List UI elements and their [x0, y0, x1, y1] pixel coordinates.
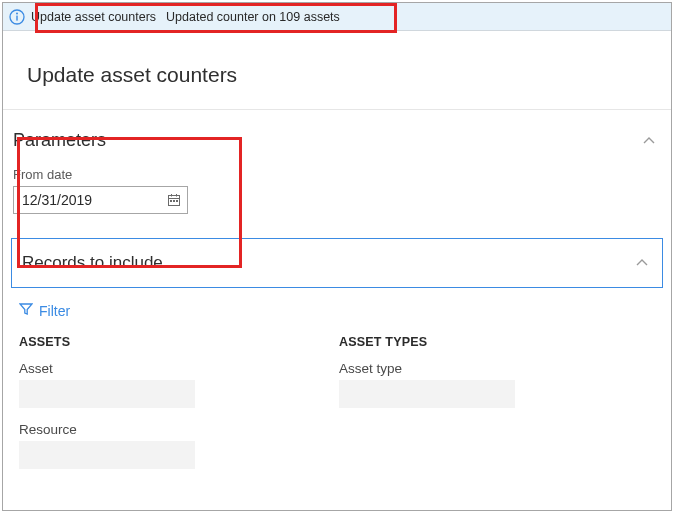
chevron-up-icon[interactable]: [639, 131, 659, 151]
svg-point-1: [16, 12, 18, 14]
records-title: Records to include: [22, 253, 163, 273]
records-panel: Records to include: [11, 238, 663, 288]
asset-type-label: Asset type: [339, 361, 539, 376]
parameters-panel: Parameters From date: [3, 110, 671, 232]
calendar-icon[interactable]: [162, 188, 186, 212]
filter-link[interactable]: Filter: [3, 288, 671, 335]
asset-types-heading: ASSET TYPES: [339, 335, 539, 349]
resource-input[interactable]: [19, 441, 195, 469]
filter-label: Filter: [39, 303, 70, 319]
resource-label: Resource: [19, 422, 219, 437]
svg-rect-9: [176, 200, 178, 202]
parameters-title: Parameters: [13, 130, 106, 151]
svg-rect-2: [16, 15, 17, 20]
page-title: Update asset counters: [3, 31, 671, 109]
records-header[interactable]: Records to include: [12, 239, 662, 287]
info-primary: Update asset counters: [31, 10, 156, 24]
asset-type-input[interactable]: [339, 380, 515, 408]
svg-rect-8: [173, 200, 175, 202]
info-bar: Update asset counters Updated counter on…: [3, 3, 671, 31]
info-secondary: Updated counter on 109 assets: [156, 10, 340, 24]
info-icon: [3, 9, 31, 25]
asset-input[interactable]: [19, 380, 195, 408]
asset-label: Asset: [19, 361, 219, 376]
assets-heading: ASSETS: [19, 335, 219, 349]
svg-rect-7: [170, 200, 172, 202]
filter-icon: [19, 302, 33, 319]
asset-types-column: ASSET TYPES Asset type: [339, 335, 539, 483]
chevron-up-icon[interactable]: [632, 253, 652, 273]
from-date-label: From date: [13, 167, 661, 182]
assets-column: ASSETS Asset Resource: [19, 335, 219, 483]
